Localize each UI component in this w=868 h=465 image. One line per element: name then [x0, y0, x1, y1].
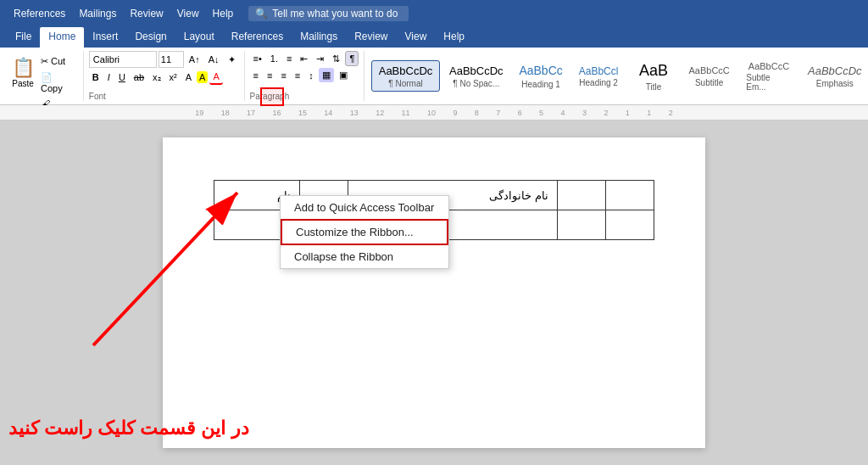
tab-insert[interactable]: Insert — [84, 27, 126, 48]
style-heading2[interactable]: AaBbCcl Heading 2 — [572, 62, 625, 91]
copy-button[interactable]: 📄 Copy — [37, 70, 80, 95]
ruler-content: 19 18 17 16 15 14 13 12 11 10 9 8 7 6 5 … — [186, 109, 682, 117]
text-effects-button[interactable]: A — [182, 70, 195, 84]
paste-button[interactable]: 📋 Paste — [10, 54, 36, 91]
search-text: Tell me what you want to do — [272, 8, 398, 20]
ribbon-container: References Mailings Review View Help 🔍 T… — [0, 0, 868, 105]
bullets-button[interactable]: ≡• — [250, 52, 265, 65]
style-emphasis[interactable]: AaBbCcDc Emphasis — [802, 61, 868, 91]
style-subtitle-label: Subtitle — [695, 78, 723, 87]
tab-file[interactable]: File — [7, 27, 40, 48]
bold-button[interactable]: B — [89, 70, 103, 84]
subscript-button[interactable]: x₂ — [149, 70, 164, 85]
style-normal[interactable]: AaBbCcDc ¶ Normal — [371, 60, 439, 92]
decrease-indent-button[interactable]: ⇤ — [297, 52, 311, 66]
ruler: 19 18 17 16 15 14 13 12 11 10 9 8 7 6 5 … — [0, 105, 868, 120]
multilevel-button[interactable]: ≡ — [283, 52, 295, 65]
menu-search[interactable]: 🔍 Tell me what you want to do — [248, 6, 409, 21]
font-label: Font — [89, 90, 239, 101]
tab-view[interactable]: View — [397, 27, 436, 48]
superscript-button[interactable]: x² — [166, 70, 181, 84]
menu-review[interactable]: Review — [123, 5, 170, 22]
tab-home[interactable]: Home — [40, 27, 84, 48]
numbering-button[interactable]: 1. — [267, 52, 281, 65]
context-menu-item-add-toolbar[interactable]: Add to Quick Access Toolbar — [281, 196, 448, 219]
style-heading2-preview: AaBbCcl — [579, 64, 619, 79]
document-area: نام خانوادگی نام Add to Quick Access Too… — [0, 120, 868, 465]
show-marks-button[interactable]: ¶ — [345, 51, 359, 66]
menu-references[interactable]: References — [7, 5, 72, 22]
font-color-button[interactable]: A — [209, 70, 222, 85]
context-menu-item-collapse[interactable]: Collapse the Ribbon — [281, 245, 448, 268]
sort-button[interactable]: ⇅ — [329, 52, 343, 66]
table-cell-empty-2 — [557, 210, 605, 240]
style-heading1-preview: AaBbCc — [519, 63, 562, 80]
table-cell-empty-1 — [605, 210, 654, 240]
table-cell-2 — [557, 181, 605, 210]
document-page: نام خانوادگی نام — [163, 137, 705, 448]
menu-bar: References Mailings Review View Help 🔍 T… — [0, 0, 868, 27]
context-menu: Add to Quick Access Toolbar Customize th… — [280, 195, 449, 269]
align-right-button[interactable]: ≡ — [277, 69, 289, 82]
style-subtle-emphasis-preview: AaBbCcC — [748, 60, 789, 73]
style-emphasis-preview: AaBbCcDc — [808, 64, 862, 79]
font-name-input[interactable] — [89, 51, 157, 68]
line-spacing-button[interactable]: ↕ — [305, 69, 317, 82]
style-heading1[interactable]: AaBbCc Heading 1 — [513, 60, 569, 92]
ribbon-tabs: File Home Insert Design Layout Reference… — [0, 27, 868, 48]
style-normal-preview: AaBbCcDc — [379, 64, 433, 79]
increase-font-button[interactable]: A↓ — [205, 53, 223, 66]
clear-formatting-button[interactable]: ✦ — [225, 53, 239, 67]
align-left-button[interactable]: ≡ — [250, 69, 262, 82]
style-subtitle[interactable]: AaBbCcC Subtitle — [682, 62, 736, 89]
style-subtle-emphasis[interactable]: AaBbCcC Subtle Em... — [739, 58, 798, 94]
annotation-text: در این قسمت کلیک راست کنید — [8, 417, 249, 440]
tab-layout[interactable]: Layout — [175, 27, 223, 48]
align-center-button[interactable]: ≡ — [264, 69, 275, 82]
search-icon: 🔍 — [255, 8, 268, 20]
style-title[interactable]: AaB Title — [628, 58, 679, 93]
tab-review[interactable]: Review — [346, 27, 396, 48]
tab-references[interactable]: References — [223, 27, 292, 48]
increase-indent-button[interactable]: ⇥ — [313, 52, 327, 66]
style-emphasis-label: Emphasis — [816, 79, 854, 88]
text-highlight-button[interactable]: A — [197, 71, 208, 83]
style-no-spacing-preview: AaBbCcDc — [449, 64, 504, 79]
menu-view[interactable]: View — [170, 5, 206, 22]
style-normal-label: ¶ Normal — [388, 79, 422, 88]
tab-design[interactable]: Design — [126, 27, 175, 48]
style-title-label: Title — [646, 82, 662, 92]
styles-section: AaBbCcDc ¶ Normal AaBbCcDc ¶ No Spac... … — [364, 51, 868, 101]
style-subtitle-preview: AaBbCcC — [688, 64, 729, 77]
tab-help[interactable]: Help — [435, 27, 473, 48]
style-title-preview: AaB — [639, 60, 668, 81]
style-no-spacing-label: ¶ No Spac... — [453, 79, 499, 88]
menu-help[interactable]: Help — [206, 5, 241, 22]
paste-icon: 📋 — [12, 57, 35, 79]
italic-button[interactable]: I — [104, 70, 114, 84]
strikethrough-button[interactable]: ab — [131, 70, 147, 84]
style-no-spacing[interactable]: AaBbCcDc ¶ No Spac... — [443, 61, 509, 91]
context-menu-item-customize[interactable]: Customize the Ribbon... — [281, 219, 448, 245]
style-subtle-emphasis-label: Subtle Em... — [746, 73, 791, 92]
tab-mailings[interactable]: Mailings — [292, 27, 346, 48]
font-size-input[interactable] — [159, 51, 184, 68]
ribbon-content: 📋 Paste ✂ Cut 📄 Copy 🖌 Format Painter Cl… — [0, 48, 868, 105]
underline-button[interactable]: U — [115, 70, 129, 84]
cut-button[interactable]: ✂ Cut — [37, 54, 80, 69]
justify-button[interactable]: ≡ — [292, 69, 303, 82]
menu-mailings[interactable]: Mailings — [72, 5, 123, 22]
shading-button[interactable]: ▦ — [319, 68, 334, 82]
decrease-font-button[interactable]: A↑ — [186, 53, 203, 66]
table-cell-1 — [605, 181, 654, 210]
style-heading1-label: Heading 1 — [521, 80, 560, 89]
highlighted-ribbon-area — [260, 87, 284, 106]
style-heading2-label: Heading 2 — [579, 78, 618, 87]
borders-button[interactable]: ▣ — [336, 68, 351, 82]
